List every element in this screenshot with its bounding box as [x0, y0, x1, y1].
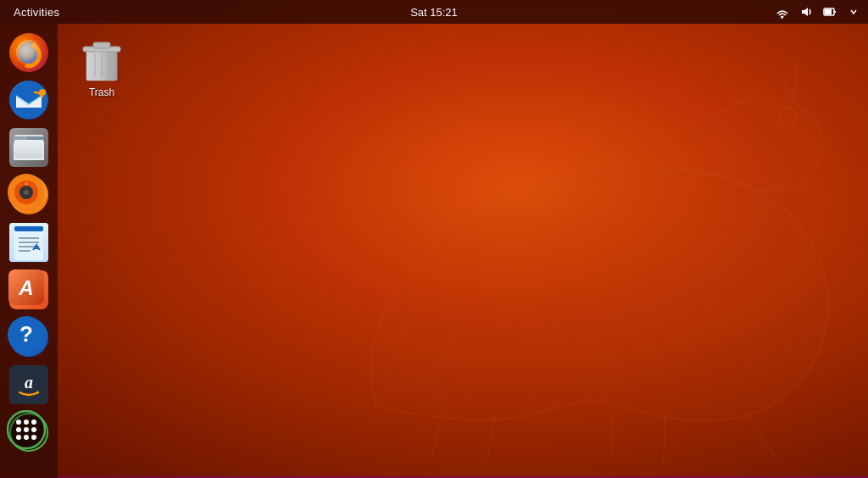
svg-point-40 [31, 435, 36, 440]
svg-point-36 [24, 427, 29, 432]
panel-right [775, 4, 861, 19]
dock-item-appstore[interactable]: A [7, 268, 51, 312]
svg-point-17 [25, 182, 28, 186]
svg-point-5 [10, 81, 47, 119]
desktop-icons-area: Trash [68, 34, 136, 103]
svg-point-4 [18, 42, 40, 64]
dock-item-files[interactable] [7, 125, 51, 170]
svg-rect-2 [834, 11, 836, 13]
svg-point-38 [16, 435, 21, 440]
trash-label: Trash [89, 86, 114, 98]
trash-icon [80, 39, 124, 83]
show-apps-icon [9, 413, 48, 452]
thunderbird-icon [9, 81, 48, 119]
svg-text:a: a [25, 373, 33, 392]
desktop-icon-trash[interactable]: Trash [68, 34, 136, 103]
svg-point-33 [24, 420, 29, 425]
dock: A ? a [0, 24, 58, 478]
dock-item-help[interactable]: ? [7, 315, 51, 359]
svg-rect-7 [14, 136, 44, 160]
appstore-icon: A [9, 270, 48, 309]
svg-point-6 [39, 89, 46, 96]
tahr-silhouette [207, 25, 868, 466]
svg-point-16 [24, 190, 29, 195]
writer-icon [9, 223, 48, 262]
dock-item-firefox[interactable] [7, 31, 51, 75]
svg-rect-3 [825, 9, 832, 14]
panel-clock[interactable]: Sat 15:21 [410, 6, 458, 19]
svg-rect-9 [14, 136, 27, 143]
dock-item-show-apps[interactable] [7, 410, 51, 454]
firefox-icon [9, 33, 48, 72]
svg-point-32 [16, 420, 21, 425]
svg-rect-44 [93, 42, 110, 48]
dock-item-rhythmbox[interactable] [7, 173, 51, 217]
activities-button[interactable]: Activities [7, 6, 66, 19]
svg-text:?: ? [19, 321, 33, 347]
amazon-icon: a [9, 365, 48, 404]
dock-item-writer[interactable] [7, 220, 51, 264]
dock-item-amazon[interactable]: a [7, 363, 51, 407]
svg-point-35 [16, 427, 21, 432]
sound-icon[interactable] [798, 4, 814, 19]
dock-item-thunderbird[interactable] [7, 78, 51, 122]
network-icon[interactable] [775, 4, 790, 19]
rhythmbox-icon [9, 175, 48, 214]
top-panel: Activities Sat 15:21 [0, 0, 868, 24]
svg-point-34 [31, 420, 36, 425]
svg-rect-8 [14, 142, 44, 160]
files-icon [9, 128, 48, 167]
svg-rect-19 [14, 226, 43, 231]
svg-text:A: A [18, 276, 33, 299]
svg-point-39 [24, 435, 29, 440]
panel-left: Activities [7, 6, 66, 19]
system-icon[interactable] [822, 4, 837, 19]
help-icon: ? [9, 318, 48, 357]
svg-point-37 [31, 427, 36, 432]
panel-dropdown-icon[interactable] [846, 4, 861, 19]
